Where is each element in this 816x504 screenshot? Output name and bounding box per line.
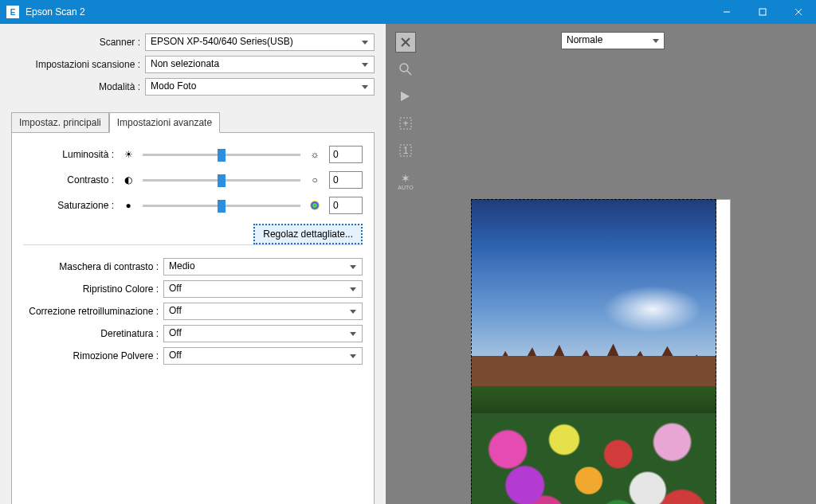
zoom-icon[interactable] — [395, 59, 416, 80]
sun-dim-icon: ☀ — [122, 148, 135, 161]
contrast-high-icon: ○ — [308, 174, 321, 186]
saturation-low-icon: ● — [122, 199, 135, 212]
scan-settings-label: Impostazioni scansione : — [11, 59, 145, 70]
window-title: Epson Scan 2 — [26, 6, 708, 18]
brightness-input[interactable] — [329, 146, 363, 163]
color-restore-label: Ripristino Colore : — [23, 283, 163, 295]
minimize-button[interactable] — [708, 0, 744, 24]
mode-select[interactable]: Modo Foto — [145, 78, 375, 96]
close-button[interactable] — [780, 0, 816, 24]
tab-body-advanced: Luminosità : ☀ ☼ Contrasto : ◐ ○ — [11, 132, 375, 504]
unsharp-select[interactable]: Medio — [163, 258, 363, 275]
descreen-select[interactable]: Off — [163, 325, 363, 342]
clear-selection-button[interactable] — [395, 32, 416, 53]
mode-value: Modo Foto — [151, 80, 196, 92]
backlight-label: Correzione retroilluminazione : — [23, 306, 163, 317]
settings-panel: Scanner : EPSON XP-540/640 Series(USB) I… — [0, 24, 386, 504]
preview-panel: + 1 ✶AUTO Normale Immagine in entrata — [386, 24, 816, 504]
saturation-input[interactable] — [329, 197, 363, 214]
svg-text:+: + — [402, 118, 408, 129]
descreen-label: Deretinatura : — [23, 328, 163, 339]
selection-marquee[interactable] — [471, 199, 716, 504]
view-mode-select[interactable]: Normale — [561, 32, 665, 49]
unsharp-label: Maschera di contrasto : — [23, 261, 163, 272]
tab-advanced-settings[interactable]: Impostazioni avanzate — [109, 112, 220, 133]
divider — [23, 244, 363, 245]
maximize-button[interactable] — [744, 0, 780, 24]
scanner-select[interactable]: EPSON XP-540/640 Series(USB) — [145, 33, 375, 51]
brightness-label: Luminosità : — [23, 149, 119, 160]
svg-marker-9 — [401, 92, 410, 101]
rotate-icon[interactable] — [395, 86, 416, 107]
svg-point-7 — [400, 64, 408, 72]
saturation-label: Saturazione : — [23, 200, 119, 211]
svg-line-8 — [407, 71, 411, 75]
sun-bright-icon: ☼ — [308, 148, 321, 161]
contrast-input[interactable] — [329, 171, 363, 189]
backlight-select[interactable]: Off — [163, 303, 363, 320]
auto-icon[interactable]: ✶AUTO — [395, 167, 416, 194]
dust-label: Rimozione Polvere : — [23, 350, 163, 361]
saturation-slider[interactable] — [143, 205, 300, 207]
add-marquee-icon[interactable]: + — [395, 113, 416, 134]
color-restore-select[interactable]: Off — [163, 280, 363, 298]
marquee-1-icon[interactable]: 1 — [395, 140, 416, 161]
window-titlebar: E Epson Scan 2 — [0, 0, 816, 24]
contrast-slider[interactable] — [143, 179, 300, 182]
svg-point-4 — [310, 201, 320, 210]
dust-select[interactable]: Off — [163, 347, 363, 365]
contrast-label: Contrasto : — [23, 174, 119, 186]
scan-settings-value: Non selezionata — [151, 58, 219, 69]
brightness-slider[interactable] — [143, 154, 300, 156]
mode-label: Modalità : — [11, 81, 145, 92]
scanner-label: Scanner : — [11, 37, 145, 48]
svg-text:1: 1 — [403, 145, 409, 156]
contrast-low-icon: ◐ — [122, 174, 135, 186]
app-icon: E — [6, 6, 19, 18]
svg-rect-1 — [759, 9, 766, 15]
detailed-adjustments-button[interactable]: Regolaz dettagliate... — [253, 224, 363, 244]
tab-main-settings[interactable]: Impostaz. principali — [11, 112, 109, 133]
scan-settings-select[interactable]: Non selezionata — [145, 56, 375, 73]
preview-canvas[interactable] — [471, 199, 731, 504]
scanner-value: EPSON XP-540/640 Series(USB) — [151, 36, 293, 47]
saturation-high-icon — [308, 199, 321, 212]
